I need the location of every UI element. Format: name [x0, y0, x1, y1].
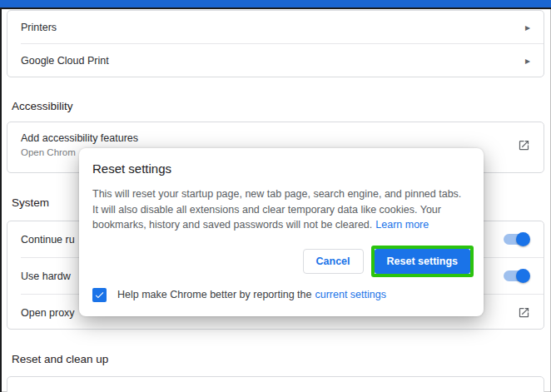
dialog-button-row: Cancel Reset settings: [79, 246, 474, 277]
current-settings-link[interactable]: current settings: [315, 289, 385, 300]
add-accessibility-features-label: Add accessibility features: [21, 132, 530, 144]
continue-running-toggle[interactable]: [504, 234, 529, 245]
reset-settings-dialog: Reset settings This will reset your star…: [79, 148, 484, 316]
report-settings-checkbox[interactable]: [92, 288, 107, 302]
browser-top-bar-divider: [0, 7, 551, 9]
reset-settings-button[interactable]: Reset settings: [375, 249, 470, 274]
google-cloud-print-label: Google Cloud Print: [21, 55, 525, 67]
cancel-button[interactable]: Cancel: [303, 249, 364, 274]
chevron-right-icon: ▸: [525, 22, 530, 32]
printing-card: Printers ▸ Google Cloud Print ▸: [7, 10, 544, 77]
accessibility-heading: Accessibility: [12, 100, 73, 112]
printers-label: Printers: [21, 22, 525, 33]
printers-row[interactable]: Printers ▸: [7, 11, 544, 43]
report-settings-label: Help make Chrome better by reporting the…: [117, 289, 386, 300]
chevron-right-icon: ▸: [525, 56, 530, 66]
system-heading: System: [12, 196, 49, 209]
open-in-new-icon: [518, 139, 530, 151]
report-settings-row: Help make Chrome better by reporting the…: [92, 288, 470, 302]
chrome-settings-page: Printers ▸ Google Cloud Print ▸ Accessib…: [0, 0, 551, 392]
reset-and-clean-up-card: [7, 376, 544, 392]
open-in-new-icon: [518, 306, 530, 319]
toggle-knob: [516, 232, 530, 246]
annotation-highlight-box: Reset settings: [371, 246, 474, 277]
reset-and-clean-up-heading: Reset and clean up: [12, 353, 108, 365]
google-cloud-print-row[interactable]: Google Cloud Print ▸: [7, 44, 544, 77]
dialog-title: Reset settings: [92, 161, 470, 176]
checkmark-icon: [94, 290, 105, 300]
browser-top-bar: [0, 0, 551, 7]
dialog-body: This will reset your startup page, new t…: [92, 186, 469, 233]
toggle-knob: [516, 269, 530, 283]
learn-more-link[interactable]: Learn more: [375, 219, 429, 231]
hardware-acceleration-toggle[interactable]: [504, 270, 529, 281]
